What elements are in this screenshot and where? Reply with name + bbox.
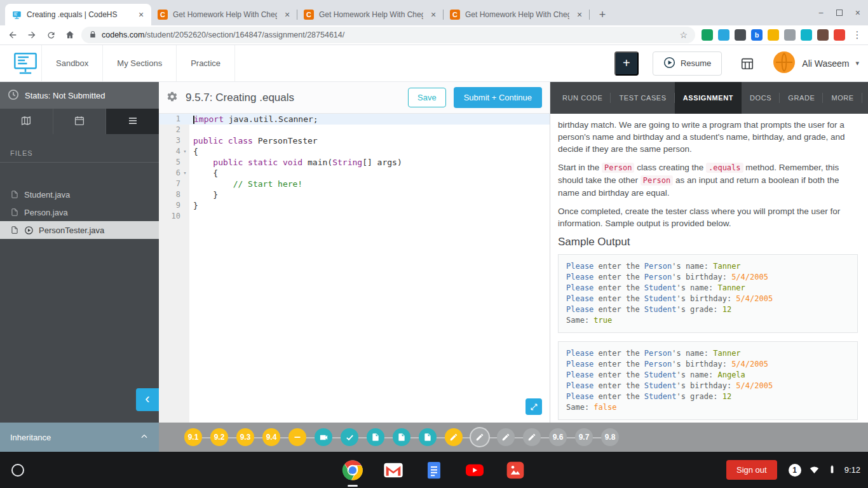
sidebar-tab-calendar[interactable] (53, 109, 107, 134)
chrome-app-icon[interactable] (341, 459, 364, 482)
minimize-button[interactable]: − (818, 8, 824, 18)
create-new-button[interactable]: + (614, 51, 639, 76)
module-footer[interactable]: Inheritance (0, 423, 159, 452)
lesson-badge-pencil-icon[interactable] (471, 428, 489, 446)
expand-editor-button[interactable] (526, 398, 542, 415)
code-line[interactable]: 5 public static void main(String[] args) (159, 157, 550, 168)
extension-green-icon[interactable] (702, 29, 713, 41)
browser-tab[interactable]: CGet Homework Help With Chegg× (444, 4, 590, 25)
gmail-app-icon[interactable] (382, 459, 405, 482)
code-text: { (189, 168, 218, 179)
fold-icon (180, 211, 189, 222)
address-bar[interactable]: codehs.com/student/2052620/section/16484… (81, 27, 695, 43)
lesson-badge-9.4[interactable]: 9.4 (262, 428, 280, 446)
lesson-badge-9.8[interactable]: 9.8 (601, 428, 619, 446)
lesson-badge-dash-icon[interactable] (288, 428, 306, 446)
docs-app-icon[interactable] (423, 459, 445, 482)
nav-item-practice[interactable]: Practice (177, 45, 235, 81)
fold-icon[interactable]: ▾ (180, 146, 189, 157)
codehs-header: SandboxMy SectionsPractice + Resume Ali … (0, 45, 868, 82)
extension-gray-icon[interactable] (784, 29, 796, 41)
panel-tab-docs[interactable]: DOCS (742, 82, 780, 114)
code-line[interactable]: 6▾ { (159, 168, 550, 179)
codehs-logo[interactable] (9, 45, 42, 82)
notification-counter[interactable]: 1 (789, 464, 801, 477)
lesson-badge-doc-icon[interactable] (367, 428, 384, 446)
extension-dark-icon[interactable] (735, 29, 746, 41)
extension-brown-icon[interactable] (817, 29, 829, 41)
calendar-button[interactable] (736, 52, 759, 75)
browser-tab[interactable]: Creating .equals | CodeHS× (5, 4, 151, 25)
file-item[interactable]: Person.java (0, 203, 159, 221)
lesson-badge-pencil-icon[interactable] (497, 428, 515, 446)
lesson-badge-9.3[interactable]: 9.3 (236, 428, 254, 446)
reload-button[interactable] (43, 27, 58, 43)
home-button[interactable] (62, 27, 78, 43)
lesson-badge-check-icon[interactable] (341, 428, 358, 446)
panel-tab-more[interactable]: MORE (823, 82, 862, 114)
line-number: 1 (159, 114, 180, 125)
lesson-badge-doc-icon[interactable] (393, 428, 410, 446)
youtube-app-icon[interactable] (463, 459, 486, 482)
code-line[interactable]: 8 } (159, 189, 550, 200)
code-line[interactable]: 3public class PersonTester (159, 135, 550, 146)
code-line[interactable]: 9} (159, 200, 550, 211)
resume-button[interactable]: Resume (653, 51, 722, 76)
tab-close-icon[interactable]: × (428, 10, 438, 20)
lesson-badge-doc-icon[interactable] (419, 428, 437, 446)
extension-teal-icon[interactable] (801, 29, 812, 41)
back-button[interactable] (5, 27, 20, 43)
panel-tab-assignment[interactable]: ASSIGNMENT (675, 82, 742, 114)
lesson-badge-9.6[interactable]: 9.6 (549, 428, 567, 446)
tab-title: Get Homework Help With Chegg (319, 10, 423, 19)
new-tab-button[interactable]: + (593, 6, 611, 24)
browser-tab[interactable]: CGet Homework Help With Chegg× (297, 4, 444, 25)
lesson-badge-pencil-icon[interactable] (523, 428, 541, 446)
submit-continue-button[interactable]: Submit + Continue (454, 87, 542, 108)
save-button[interactable]: Save (408, 88, 446, 107)
nav-item-sandbox[interactable]: Sandbox (42, 45, 103, 81)
browser-tab[interactable]: CGet Homework Help With Chegg× (151, 4, 297, 25)
panel-body[interactable]: birthday match. We are going to write a … (550, 114, 868, 423)
code-line[interactable]: 4▾{ (159, 146, 550, 157)
code-line[interactable]: 10 (159, 211, 550, 222)
system-tray[interactable]: Sign out 1 9:12 (726, 460, 860, 480)
lesson-badge-9.2[interactable]: 9.2 (210, 428, 228, 446)
tab-close-icon[interactable]: × (574, 10, 585, 20)
code-line[interactable]: 7 // Start here! (159, 179, 550, 189)
forward-button[interactable] (24, 27, 39, 43)
window-close-button[interactable]: × (855, 8, 860, 18)
sign-out-button[interactable]: Sign out (726, 460, 777, 480)
fold-icon[interactable]: ▾ (180, 168, 189, 179)
gear-icon[interactable] (166, 91, 178, 104)
editor-body[interactable]: 1import java.util.Scanner;23public class… (159, 114, 550, 423)
launcher-button[interactable] (11, 464, 24, 477)
user-menu[interactable]: Ali Waseem ▾ (773, 51, 859, 76)
nav-item-my-sections[interactable]: My Sections (103, 45, 177, 81)
panel-tab-test-cases[interactable]: TEST CASES (611, 82, 674, 114)
lesson-track: 9.19.29.39.49.69.79.8 (184, 428, 619, 446)
extension-lightblue-icon[interactable] (718, 29, 729, 41)
code-line[interactable]: 1import java.util.Scanner; (159, 114, 550, 125)
extension-b-icon[interactable]: b (751, 29, 763, 41)
file-item[interactable]: PersonTester.java (0, 221, 159, 239)
extension-yellow-icon[interactable] (768, 29, 779, 41)
panel-tab-grade[interactable]: GRADE (780, 82, 823, 114)
lesson-badge-video-icon[interactable] (315, 428, 332, 446)
lesson-badge-pencil-icon[interactable] (445, 428, 463, 446)
tab-close-icon[interactable]: × (282, 10, 292, 20)
sidebar-tab-map[interactable] (0, 109, 53, 134)
code-line[interactable]: 2 (159, 125, 550, 135)
lesson-badge-9.1[interactable]: 9.1 (184, 428, 202, 446)
bookmark-star-icon[interactable]: ☆ (679, 30, 688, 40)
sidebar-tab-files[interactable] (106, 109, 159, 134)
sidebar-collapse-button[interactable]: ‹ (136, 388, 159, 411)
gallery-app-icon[interactable] (504, 459, 527, 482)
browser-menu-icon[interactable]: ⋮ (851, 29, 863, 41)
extension-red-icon[interactable] (834, 29, 845, 41)
lesson-badge-9.7[interactable]: 9.7 (575, 428, 593, 446)
panel-tab-run-code[interactable]: RUN CODE (554, 82, 611, 114)
restore-button[interactable] (836, 10, 843, 16)
tab-close-icon[interactable]: × (136, 10, 146, 20)
file-item[interactable]: Student.java (0, 186, 159, 203)
